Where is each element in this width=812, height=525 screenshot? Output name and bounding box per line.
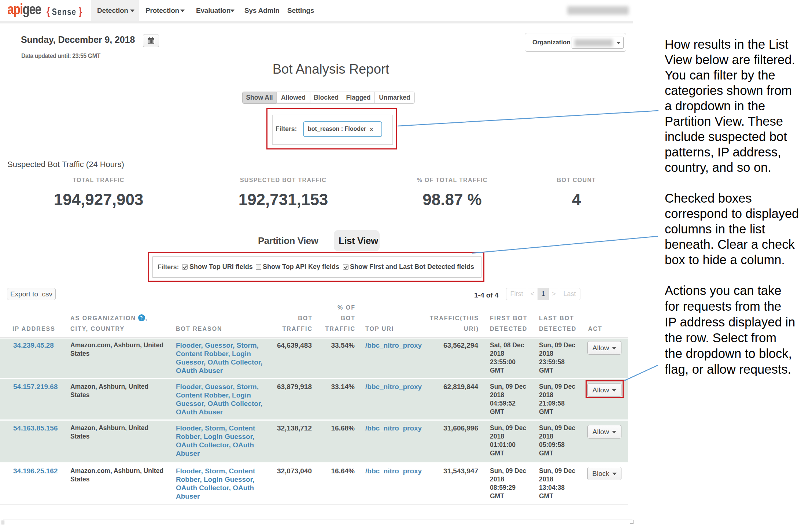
svg-text:?: ? [140,315,144,321]
